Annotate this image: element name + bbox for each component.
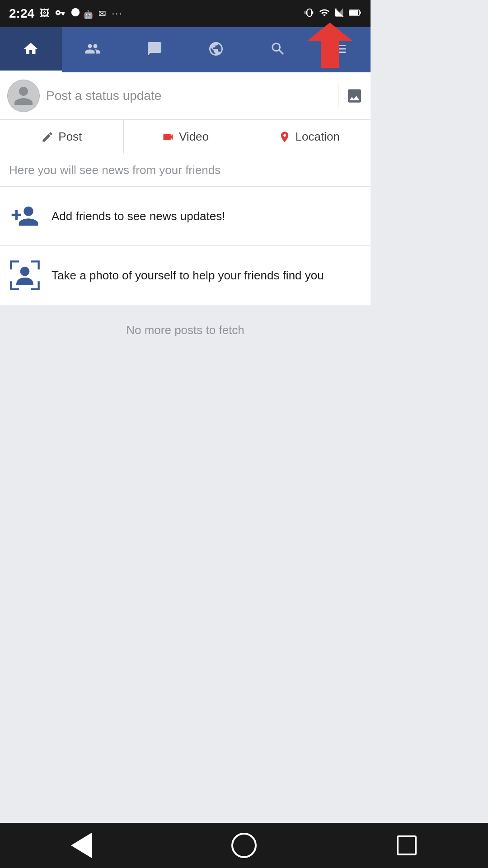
compose-placeholder[interactable]: Post a status update bbox=[46, 89, 332, 103]
vibrate-icon bbox=[305, 8, 314, 19]
take-photo-text: Take a photo of yourself to help your fr… bbox=[52, 267, 324, 283]
tab-video-label: Video bbox=[179, 130, 209, 144]
tab-location[interactable]: Location bbox=[247, 120, 371, 154]
nav-item-home[interactable] bbox=[0, 27, 62, 72]
nav-item-messenger[interactable] bbox=[123, 27, 185, 72]
suggestion-add-friends[interactable]: Add friends to see news updates! bbox=[0, 187, 371, 246]
key-status-icon bbox=[55, 8, 65, 19]
nav-item-friends[interactable] bbox=[62, 27, 124, 72]
feed-area: No more posts to fetch bbox=[0, 305, 371, 712]
add-friends-icon bbox=[9, 200, 41, 232]
nav-bar-wrapper bbox=[0, 27, 371, 72]
reddit-status-icon: 🤖 bbox=[70, 7, 93, 20]
nav-item-globe[interactable] bbox=[185, 27, 247, 72]
status-bar: 2:24 🖼 🤖 ✉ ··· bbox=[0, 0, 371, 27]
action-tabs: Post Video Location bbox=[0, 120, 371, 154]
bottom-nav bbox=[0, 823, 371, 868]
status-time: 2:24 bbox=[9, 6, 34, 21]
no-more-posts: No more posts to fetch bbox=[0, 305, 371, 355]
svg-rect-2 bbox=[349, 10, 358, 15]
compose-photo-button[interactable] bbox=[338, 83, 363, 108]
tab-post-label: Post bbox=[58, 130, 82, 144]
tab-video[interactable]: Video bbox=[124, 120, 248, 154]
add-friends-text: Add friends to see news updates! bbox=[52, 208, 225, 224]
signal-icon bbox=[334, 8, 344, 19]
home-button[interactable] bbox=[226, 827, 262, 863]
battery-icon bbox=[349, 8, 361, 19]
user-avatar bbox=[7, 80, 40, 112]
svg-point-0 bbox=[71, 8, 80, 16]
suggestion-take-photo[interactable]: Take a photo of yourself to help your fr… bbox=[0, 246, 371, 305]
nav-item-menu[interactable] bbox=[309, 27, 371, 72]
photo-status-icon: 🖼 bbox=[40, 8, 50, 19]
gmail-status-icon: ✉ bbox=[99, 8, 106, 19]
nav-bar bbox=[0, 27, 371, 72]
back-button[interactable] bbox=[63, 827, 99, 863]
wifi-icon bbox=[319, 7, 330, 20]
svg-point-4 bbox=[21, 268, 29, 276]
tab-location-label: Location bbox=[296, 130, 340, 144]
more-status-icon: ··· bbox=[112, 8, 122, 19]
nav-item-search[interactable] bbox=[247, 27, 309, 72]
tab-post[interactable]: Post bbox=[0, 120, 124, 154]
compose-area[interactable]: Post a status update bbox=[0, 72, 371, 120]
status-left-icons: 2:24 🖼 🤖 ✉ ··· bbox=[9, 6, 123, 21]
feed-empty-message: Here you will see news from your friends bbox=[0, 154, 371, 187]
take-photo-icon bbox=[9, 259, 41, 291]
status-right-icons bbox=[305, 7, 361, 20]
